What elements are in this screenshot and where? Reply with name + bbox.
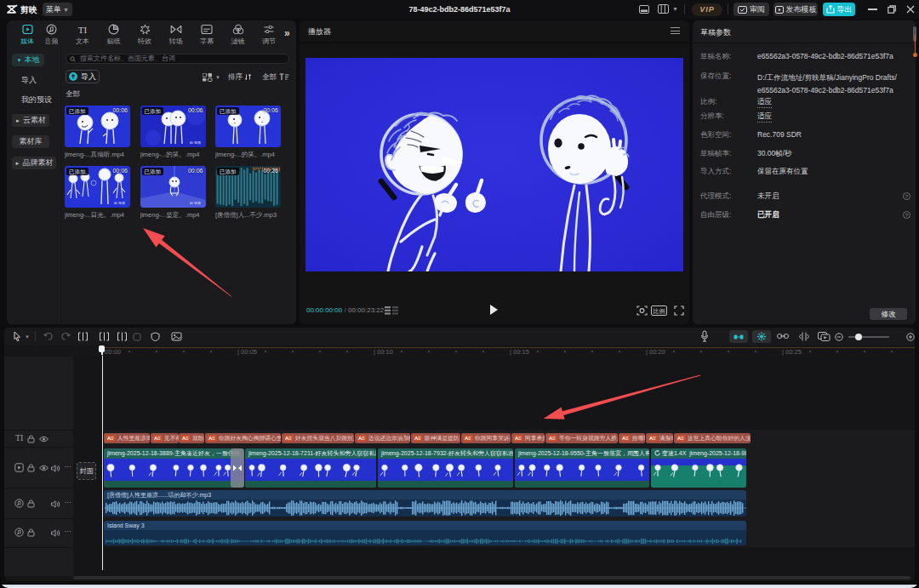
svg-text:AI 视频: AI 视频 — [114, 201, 125, 205]
svg-text:AI 视频: AI 视频 — [190, 140, 201, 145]
svg-text:AI 视频: AI 视频 — [190, 201, 201, 205]
